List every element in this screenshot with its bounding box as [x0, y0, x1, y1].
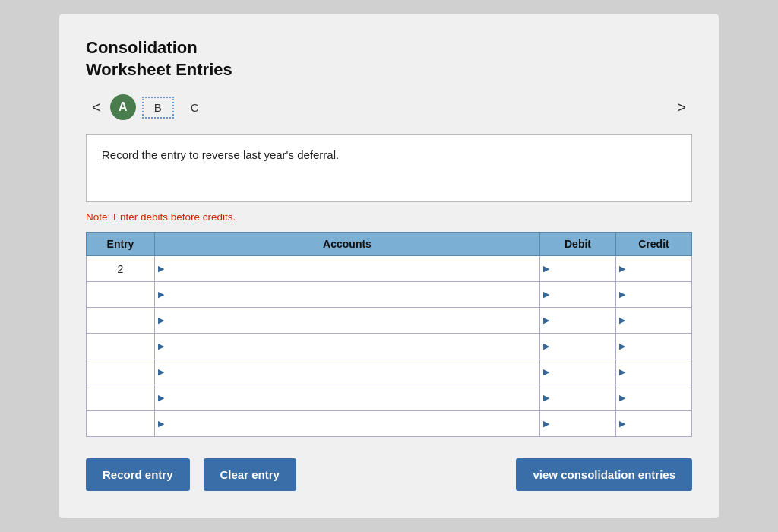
dropdown-arrow-icon: ▶ [543, 367, 549, 377]
credit-input[interactable] [627, 366, 688, 378]
instruction-box: Record the entry to reverse last year's … [86, 134, 692, 202]
account-input[interactable] [166, 418, 536, 430]
credit-cell[interactable]: ▶ [616, 256, 692, 282]
credit-input[interactable] [627, 263, 688, 275]
entry-cell [87, 334, 155, 359]
dropdown-arrow-icon: ▶ [158, 341, 164, 351]
debit-cell[interactable]: ▶ [540, 308, 616, 334]
dropdown-arrow-icon: ▶ [619, 393, 625, 403]
debit-input[interactable] [551, 289, 612, 301]
dropdown-arrow-icon: ▶ [158, 264, 164, 274]
dropdown-arrow-icon: ▶ [543, 393, 549, 403]
table-row: ▶▶▶ [87, 385, 692, 411]
credit-input[interactable] [627, 340, 688, 353]
dropdown-arrow-icon: ▶ [158, 393, 164, 403]
dropdown-arrow-icon: ▶ [543, 290, 549, 299]
view-consolidation-button[interactable]: view consolidation entries [516, 458, 692, 491]
dropdown-arrow-icon: ▶ [619, 315, 625, 325]
account-input[interactable] [166, 263, 536, 275]
credit-cell[interactable]: ▶ [616, 282, 692, 308]
table-row: ▶▶▶ [87, 282, 692, 308]
account-cell[interactable]: ▶ [155, 308, 540, 334]
dropdown-arrow-icon: ▶ [619, 264, 625, 274]
entry-cell [87, 359, 155, 385]
account-input[interactable] [166, 289, 536, 301]
entry-table: Entry Accounts Debit Credit 2▶▶▶▶▶▶▶▶▶▶▶… [86, 232, 692, 437]
debit-cell[interactable]: ▶ [540, 411, 616, 437]
account-cell[interactable]: ▶ [155, 282, 540, 308]
credit-cell[interactable]: ▶ [616, 411, 692, 437]
col-credit-header: Credit [616, 233, 692, 256]
dropdown-arrow-icon: ▶ [543, 419, 549, 429]
credit-input[interactable] [627, 392, 688, 404]
credit-cell[interactable]: ▶ [616, 359, 692, 385]
debit-input[interactable] [551, 366, 612, 378]
tab-b[interactable]: B [142, 97, 174, 119]
tab-a[interactable]: A [110, 94, 136, 120]
main-card: Consolidation Worksheet Entries < A B C … [59, 14, 719, 518]
debit-input[interactable] [551, 315, 612, 327]
account-input[interactable] [166, 340, 536, 353]
next-arrow[interactable]: > [671, 97, 692, 118]
tabs-row: < A B C > [86, 94, 692, 120]
entry-cell [87, 411, 155, 437]
tab-c[interactable]: C [180, 98, 210, 117]
entry-cell: 2 [87, 256, 155, 282]
account-input[interactable] [166, 392, 536, 404]
debit-input[interactable] [551, 392, 612, 404]
table-row: ▶▶▶ [87, 334, 692, 359]
credit-input[interactable] [627, 289, 688, 301]
clear-entry-button[interactable]: Clear entry [204, 458, 296, 491]
debit-input[interactable] [551, 340, 612, 353]
account-cell[interactable]: ▶ [155, 385, 540, 411]
dropdown-arrow-icon: ▶ [158, 419, 164, 429]
instruction-text: Record the entry to reverse last year's … [102, 148, 339, 161]
credit-input[interactable] [627, 418, 688, 430]
account-input[interactable] [166, 315, 536, 327]
dropdown-arrow-icon: ▶ [619, 419, 625, 429]
debit-cell[interactable]: ▶ [540, 359, 616, 385]
debit-cell[interactable]: ▶ [540, 385, 616, 411]
col-entry-header: Entry [87, 233, 155, 256]
table-row: ▶▶▶ [87, 359, 692, 385]
account-cell[interactable]: ▶ [155, 359, 540, 385]
debit-input[interactable] [551, 418, 612, 430]
note-text: Note: Enter debits before credits. [86, 211, 692, 223]
dropdown-arrow-icon: ▶ [158, 367, 164, 377]
account-cell[interactable]: ▶ [155, 256, 540, 282]
dropdown-arrow-icon: ▶ [158, 315, 164, 325]
credit-cell[interactable]: ▶ [616, 308, 692, 334]
col-debit-header: Debit [540, 233, 616, 256]
dropdown-arrow-icon: ▶ [543, 341, 549, 351]
dropdown-arrow-icon: ▶ [619, 341, 625, 351]
dropdown-arrow-icon: ▶ [619, 290, 625, 299]
credit-cell[interactable]: ▶ [616, 334, 692, 359]
table-row: ▶▶▶ [87, 308, 692, 334]
table-row: ▶▶▶ [87, 411, 692, 437]
credit-input[interactable] [627, 315, 688, 327]
account-cell[interactable]: ▶ [155, 411, 540, 437]
prev-arrow[interactable]: < [86, 97, 107, 118]
dropdown-arrow-icon: ▶ [543, 315, 549, 325]
dropdown-arrow-icon: ▶ [543, 264, 549, 274]
dropdown-arrow-icon: ▶ [158, 290, 164, 299]
btn-row: Record entry Clear entry view consolidat… [86, 458, 692, 491]
table-row: 2▶▶▶ [87, 256, 692, 282]
debit-input[interactable] [551, 263, 612, 275]
debit-cell[interactable]: ▶ [540, 282, 616, 308]
credit-cell[interactable]: ▶ [616, 385, 692, 411]
entry-cell [87, 308, 155, 334]
account-cell[interactable]: ▶ [155, 334, 540, 359]
debit-cell[interactable]: ▶ [540, 256, 616, 282]
entry-cell [87, 282, 155, 308]
account-input[interactable] [166, 366, 536, 378]
entry-cell [87, 385, 155, 411]
record-entry-button[interactable]: Record entry [86, 458, 190, 491]
dropdown-arrow-icon: ▶ [619, 367, 625, 377]
col-accounts-header: Accounts [155, 233, 540, 256]
page-title: Consolidation Worksheet Entries [86, 37, 692, 81]
debit-cell[interactable]: ▶ [540, 334, 616, 359]
